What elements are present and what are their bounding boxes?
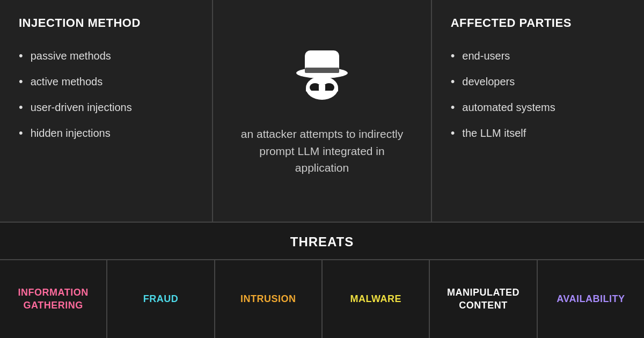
- top-section: INJECTION METHOD passive methods active …: [0, 0, 644, 223]
- threat-malware: MALWARE: [323, 260, 430, 338]
- bullet-active-methods: active methods: [19, 75, 193, 89]
- affected-bullet-list: end-users developers automated systems t…: [451, 49, 625, 140]
- bottom-section: THREATS INFORMATION GATHERING FRAUD INTR…: [0, 223, 644, 338]
- bullet-passive-methods: passive methods: [19, 49, 193, 63]
- threat-manipulated-content: MANIPULATED CONTENT: [430, 260, 537, 338]
- spy-icon: [290, 45, 354, 109]
- threat-label-intrusion: INTRUSION: [240, 293, 296, 305]
- center-panel: an attacker attempts to indirectly promp…: [213, 0, 431, 222]
- affected-parties-panel: AFFECTED PARTIES end-users developers au…: [432, 0, 644, 222]
- injection-method-title: INJECTION METHOD: [19, 16, 193, 30]
- bullet-end-users: end-users: [451, 49, 625, 63]
- bullet-hidden-injections: hidden injections: [19, 126, 193, 140]
- bullet-user-driven: user-driven injections: [19, 100, 193, 114]
- center-description: an attacker attempts to indirectly promp…: [235, 126, 409, 177]
- threats-grid: INFORMATION GATHERING FRAUD INTRUSION MA…: [0, 259, 644, 338]
- threat-availability: AVAILABILITY: [538, 260, 644, 338]
- threat-label-info-gathering: INFORMATION GATHERING: [11, 286, 96, 312]
- bullet-developers: developers: [451, 75, 625, 89]
- threat-intrusion: INTRUSION: [215, 260, 323, 338]
- bullet-llm-itself: the LLM itself: [451, 126, 625, 140]
- svg-rect-6: [319, 85, 325, 90]
- threat-information-gathering: INFORMATION GATHERING: [0, 260, 107, 338]
- threats-title: THREATS: [290, 223, 354, 259]
- bullet-automated-systems: automated systems: [451, 100, 625, 114]
- threat-label-malware: MALWARE: [350, 293, 401, 305]
- threat-label-availability: AVAILABILITY: [557, 293, 625, 305]
- svg-rect-2: [305, 68, 339, 73]
- threat-label-fraud: FRAUD: [143, 293, 179, 305]
- threat-label-manipulated-content: MANIPULATED CONTENT: [441, 286, 525, 312]
- affected-parties-title: AFFECTED PARTIES: [451, 16, 625, 30]
- threat-fraud: FRAUD: [107, 260, 215, 338]
- injection-bullet-list: passive methods active methods user-driv…: [19, 49, 193, 140]
- injection-method-panel: INJECTION METHOD passive methods active …: [0, 0, 213, 222]
